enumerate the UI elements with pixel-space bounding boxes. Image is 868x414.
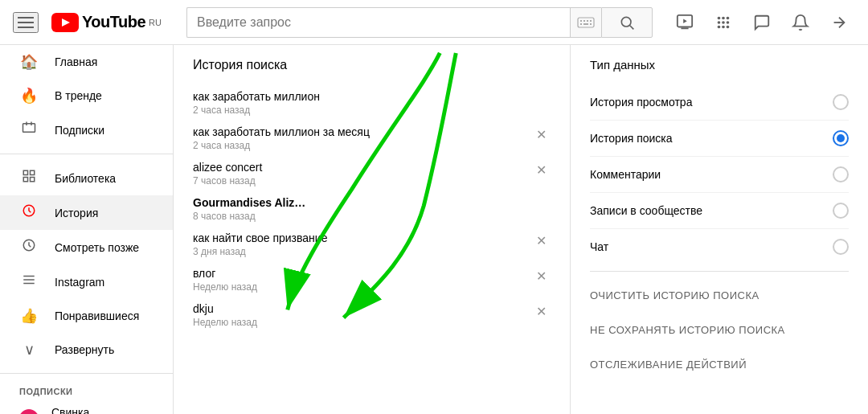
instagram-icon bbox=[19, 273, 39, 291]
subscriptions-icon bbox=[19, 121, 39, 139]
sidebar-item-expand[interactable]: ∨ Развернуть bbox=[0, 333, 173, 367]
radio-circle-chat bbox=[833, 239, 849, 255]
sidebar-item-watchlater-label: Смотреть позже bbox=[55, 241, 139, 254]
history-item-6-close[interactable]: ✕ bbox=[531, 267, 551, 286]
upload-button[interactable] bbox=[669, 6, 701, 39]
history-item-4[interactable]: Gourmandises Aliz… 8 часов назад bbox=[193, 191, 551, 227]
header-left: YouTubeRU bbox=[13, 12, 174, 33]
sidebar-item-subscriptions-label: Подписки bbox=[55, 124, 104, 137]
radio-circle-view-history bbox=[833, 94, 849, 110]
history-item-7[interactable]: dkju Неделю назад ✕ bbox=[193, 297, 551, 333]
radio-label-community: Записи в сообществе bbox=[590, 204, 702, 217]
history-item-7-text: dkju bbox=[193, 302, 531, 315]
sidebar-item-history[interactable]: История bbox=[0, 195, 173, 230]
apps-button[interactable] bbox=[707, 6, 739, 39]
search-icon bbox=[619, 14, 635, 31]
history-item-6[interactable]: влог Неделю назад ✕ bbox=[193, 262, 551, 297]
svg-rect-6 bbox=[590, 20, 592, 22]
subscription-item-peppa[interactable]: P Свинка Пеппа... ((·)) bbox=[0, 400, 173, 414]
svg-rect-5 bbox=[587, 20, 588, 22]
sidebar-item-history-label: История bbox=[55, 207, 98, 219]
history-item-3-text: alizee concert bbox=[193, 161, 531, 174]
radio-option-search-history[interactable]: История поиска bbox=[590, 121, 849, 157]
history-item-2-text: как заработать миллион за месяц bbox=[193, 125, 531, 138]
history-item-7-close[interactable]: ✕ bbox=[531, 302, 551, 322]
home-icon: 🏠 bbox=[19, 53, 39, 71]
sidebar-item-watchlater[interactable]: Смотреть позже bbox=[0, 230, 173, 264]
search-input[interactable] bbox=[186, 7, 570, 38]
history-item-5-time: 3 дня назад bbox=[193, 246, 531, 257]
sidebar-item-liked[interactable]: 👍 Понравившиеся bbox=[0, 299, 173, 333]
svg-point-20 bbox=[727, 21, 730, 24]
svg-point-18 bbox=[718, 21, 721, 24]
upload-icon bbox=[676, 14, 694, 31]
history-item-2-time: 2 часа назад bbox=[193, 140, 531, 151]
history-item-4-time: 8 часов назад bbox=[193, 211, 551, 222]
history-item-3-close[interactable]: ✕ bbox=[531, 161, 551, 180]
content-area: История поиска bbox=[174, 45, 868, 414]
sidebar-item-instagram[interactable]: Instagram bbox=[0, 264, 173, 299]
no-save-search-history-button[interactable]: НЕ СОХРАНЯТЬ ИСТОРИЮ ПОИСКА bbox=[590, 313, 849, 347]
notifications-button[interactable] bbox=[784, 6, 817, 39]
history-item-1[interactable]: как заработать миллион 2 часа назад bbox=[193, 85, 551, 121]
radio-circle-community bbox=[833, 203, 849, 219]
account-icon bbox=[830, 14, 848, 31]
svg-point-16 bbox=[722, 16, 725, 19]
radio-option-chat[interactable]: Чат bbox=[590, 229, 849, 264]
panel-title: Тип данных bbox=[590, 58, 849, 72]
sidebar-item-trending[interactable]: 🔥 В тренде bbox=[0, 79, 173, 113]
history-item-3-time: 7 часов назад bbox=[193, 175, 531, 187]
right-panel: Тип данных История просмотра История пои… bbox=[571, 45, 868, 414]
history-item-2[interactable]: как заработать миллион за месяц 2 часа н… bbox=[193, 121, 551, 156]
sidebar-item-liked-label: Понравившиеся bbox=[55, 309, 139, 322]
sidebar-item-library-label: Библиотека bbox=[55, 172, 116, 185]
svg-point-23 bbox=[727, 25, 730, 28]
history-item-6-text: влог bbox=[193, 267, 531, 280]
svg-point-10 bbox=[621, 17, 631, 27]
history-item-5[interactable]: как найти свое призвание 3 дня назад ✕ bbox=[193, 227, 551, 262]
radio-option-community[interactable]: Записи в сообществе bbox=[590, 193, 849, 229]
radio-circle-search-history bbox=[833, 130, 849, 146]
svg-rect-25 bbox=[23, 124, 35, 133]
sidebar-item-instagram-label: Instagram bbox=[55, 276, 104, 289]
subscription-name: Свинка Пеппа... bbox=[51, 406, 122, 414]
history-item-3[interactable]: alizee concert 7 часов назад ✕ bbox=[193, 156, 551, 191]
svg-line-11 bbox=[630, 25, 634, 29]
clear-search-history-button[interactable]: ОЧИСТИТЬ ИСТОРИЮ ПОИСКА bbox=[590, 278, 849, 313]
sidebar-item-subscriptions[interactable]: Подписки bbox=[0, 113, 173, 147]
hamburger-button[interactable] bbox=[13, 12, 39, 33]
history-item-6-time: Неделю назад bbox=[193, 281, 531, 293]
radio-label-search-history: История поиска bbox=[590, 132, 673, 145]
messages-button[interactable] bbox=[746, 6, 778, 39]
svg-marker-13 bbox=[683, 18, 687, 23]
radio-label-view-history: История просмотра bbox=[590, 96, 692, 109]
svg-point-15 bbox=[718, 16, 721, 19]
radio-option-view-history[interactable]: История просмотра bbox=[590, 84, 849, 121]
liked-icon: 👍 bbox=[19, 307, 39, 325]
svg-rect-9 bbox=[590, 23, 592, 25]
sidebar-item-trending-label: В тренде bbox=[55, 89, 102, 102]
radio-option-comments[interactable]: Комментарии bbox=[590, 157, 849, 193]
sidebar: 🏠 Главная 🔥 В тренде Подписки Библиотека bbox=[0, 45, 174, 414]
logo-ru: RU bbox=[149, 18, 162, 27]
sidebar-item-home-label: Главная bbox=[55, 55, 97, 68]
svg-point-17 bbox=[727, 16, 730, 19]
history-panel-title: История поиска bbox=[193, 58, 551, 72]
search-button[interactable] bbox=[601, 7, 653, 38]
subscriptions-section-title: ПОДПИСКИ bbox=[0, 380, 173, 400]
logo[interactable]: YouTubeRU bbox=[51, 13, 162, 32]
sidebar-item-library[interactable]: Библиотека bbox=[0, 161, 173, 195]
history-item-2-close[interactable]: ✕ bbox=[531, 125, 551, 145]
search-kbd bbox=[570, 7, 601, 38]
watchlater-icon bbox=[19, 238, 39, 256]
history-item-5-close[interactable]: ✕ bbox=[531, 232, 551, 251]
history-icon bbox=[19, 203, 39, 222]
library-icon bbox=[19, 169, 39, 187]
svg-point-22 bbox=[722, 25, 725, 28]
history-item-4-text: Gourmandises Aliz… bbox=[193, 196, 551, 209]
history-item-7-time: Неделю назад bbox=[193, 317, 531, 328]
sidebar-item-home[interactable]: 🏠 Главная bbox=[0, 45, 173, 79]
activity-tracking-button[interactable]: ОТСЛЕЖИВАНИЕ ДЕЙСТВИЙ bbox=[590, 347, 849, 382]
account-button[interactable] bbox=[823, 6, 855, 39]
expand-icon: ∨ bbox=[19, 341, 39, 359]
